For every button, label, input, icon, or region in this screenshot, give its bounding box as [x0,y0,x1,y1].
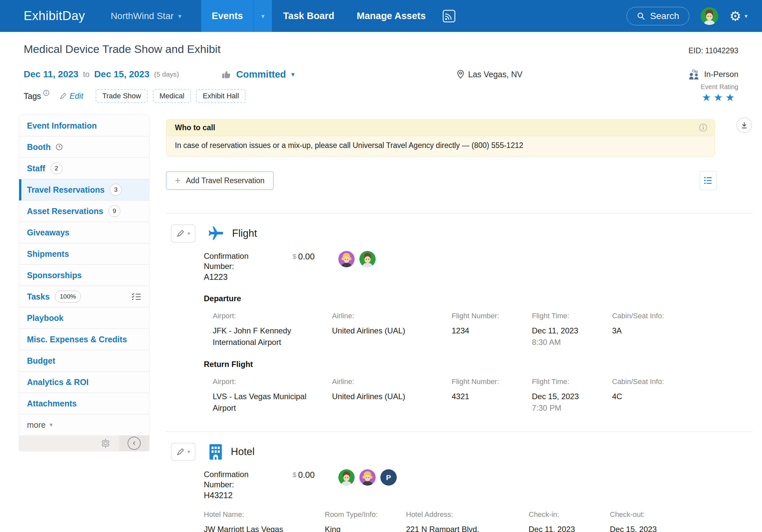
guest-avatar-woman[interactable] [359,469,376,486]
currency-symbol: $ [293,252,296,282]
hotel-summary-row: Confirmation Number: H43212 $ 0.00 [204,469,753,500]
event-rating: Event Rating ★★★ [701,83,738,104]
chevron-down-icon[interactable]: ▾ [254,0,272,32]
departure-flight-number: Flight Number: 1234 [452,312,532,348]
chevron-down-icon: ▾ [188,449,190,455]
sidebar-item-travel-reservations[interactable]: Travel Reservations 3 [19,179,149,200]
sidebar-item-event-information[interactable]: Event Information [19,115,149,136]
flight-card-title: Flight [232,228,257,239]
travel-count-badge: 3 [110,184,121,195]
hotel-card-title: Hotel [231,446,255,458]
star-rating-icons[interactable]: ★★★ [702,91,737,104]
traveler-avatar-man[interactable] [359,251,376,267]
download-button[interactable] [736,117,752,133]
sidebar-item-sponsorships[interactable]: Sponsorships [19,265,149,286]
flight-confirmation: Confirmation Number: A1223 [204,251,275,282]
tag-chip[interactable]: Exhibit Hall [196,89,246,103]
tags-label: Tags [24,91,41,101]
flight-summary-row: Confirmation Number: A1223 $ 0.00 [204,251,753,282]
asset-count-badge: 9 [109,205,120,217]
info-icon[interactable] [699,123,708,134]
hotel-checkout: Check-out: Dec 15, 2023 12:00 PM [610,510,753,532]
reservation-actions: + Add Travel Reservation [166,171,717,190]
travel-reservations-panel: Who to call In case of reservation issue… [150,115,762,532]
event-format: In-Person [688,69,738,80]
end-date-link[interactable]: Dec 15, 2023 [94,69,150,80]
checklist-icon[interactable] [131,292,141,301]
sidebar-item-staff[interactable]: Staff 2 [19,158,149,179]
settings-menu[interactable]: ⚙ ▾ [729,10,747,23]
location-pin-icon [457,70,464,79]
edit-tags-button[interactable]: Edit [59,91,83,101]
brand-logo[interactable]: ExhibitDay [24,9,85,23]
search-icon [637,12,645,20]
notice-title: Who to call [175,123,215,132]
return-airport: Airport: LVS - Las Vegas Municipal Airpo… [213,377,332,414]
info-icon[interactable] [43,90,49,97]
top-navbar: ExhibitDay NorthWind Star ▾ Events ▾ Tas… [0,0,762,32]
nav-item-task-board[interactable]: Task Board [272,0,345,32]
list-view-button[interactable] [700,171,717,190]
departure-airport: Airport: JFK - John F Kennedy Internatio… [213,312,332,348]
flight-cost: $ 0.00 [293,251,315,282]
sidebar-item-misc-expenses[interactable]: Misc. Expenses & Credits [19,329,149,350]
guest-avatar-man[interactable] [338,469,355,486]
user-avatar[interactable] [701,7,718,25]
pencil-icon [176,229,185,238]
return-cabin: Cabin/Seat Info: 4C [612,377,753,414]
chevron-down-icon: ▾ [745,13,747,20]
search-button[interactable]: Search [627,7,689,25]
start-date-link[interactable]: Dec 11, 2023 [24,69,79,80]
departure-flight-time: Flight Time: Dec 11, 2023 8:30 AM [532,312,612,348]
content-area: Event Information Booth Staff 2 Travel R… [0,115,762,532]
search-label: Search [650,11,679,21]
sidebar-item-asset-reservations[interactable]: Asset Reservations 9 [19,200,149,222]
tasks-progress-badge: 100% [55,291,81,302]
workspace-name: NorthWind Star [111,11,174,21]
location-label: Las Vegas, NV [468,70,522,79]
hotel-name: Hotel Name: JW Marriott Las Vegas [204,510,325,532]
add-travel-reservation-label: Add Travel Reservation [186,176,265,185]
navbar-right: Search ⚙ ▾ [627,7,747,25]
pencil-icon [176,447,185,456]
nav-item-events[interactable]: Events ▾ [201,0,272,32]
status-dropdown[interactable]: Committed ▾ [222,69,295,80]
flight-card-header: ▾ Flight [171,225,753,242]
cost-amount: 0.00 [298,252,315,282]
return-section-title: Return Flight [204,360,753,369]
sidebar-item-shipments[interactable]: Shipments [19,243,149,265]
sidebar-more-button[interactable]: more ▾ [19,414,149,435]
sidebar-item-attachments[interactable]: Attachments [19,393,149,414]
workspace-switcher[interactable]: NorthWind Star ▾ [111,11,182,21]
sidebar-item-playbook[interactable]: Playbook [19,307,149,329]
duration-label: (5 days) [154,70,179,78]
chevron-down-icon: ▾ [188,231,190,236]
sidebar-item-budget[interactable]: Budget [19,350,149,372]
sidebar-item-analytics-roi[interactable]: Analytics & ROI [19,372,149,393]
sidebar-collapse-button[interactable]: ‹ [119,435,149,451]
flight-travelers [338,251,376,282]
sidebar-settings-icon[interactable] [101,438,111,448]
guest-avatar-initial[interactable]: P [380,469,397,486]
tag-chip[interactable]: Trade Show [96,89,148,103]
departure-section-title: Departure [204,294,753,303]
nav-item-events-label: Events [201,0,254,32]
nav-item-manage-assets[interactable]: Manage Assets [345,0,437,32]
cast-icon[interactable] [442,9,456,23]
flight-edit-button[interactable]: ▾ [171,225,195,242]
confirmation-value: A1223 [204,272,275,282]
sidebar-item-booth[interactable]: Booth [19,136,149,158]
sidebar-item-giveaways[interactable]: Giveaways [19,222,149,243]
hotel-edit-button[interactable]: ▾ [171,443,195,461]
traveler-avatar-woman[interactable] [338,251,355,267]
hotel-guests: P [338,469,397,500]
svg-text:P: P [386,473,391,482]
tag-chip[interactable]: Medical [153,89,191,103]
thumbs-up-icon [222,70,231,79]
hotel-card-header: ▾ Hotel [171,443,753,461]
event-location: Las Vegas, NV [457,70,522,79]
hotel-room-type: Room Type/Info: King [325,510,406,532]
sidebar-footer: ‹ [19,435,149,451]
add-travel-reservation-button[interactable]: + Add Travel Reservation [166,171,273,190]
sidebar-item-tasks[interactable]: Tasks 100% [19,286,149,307]
